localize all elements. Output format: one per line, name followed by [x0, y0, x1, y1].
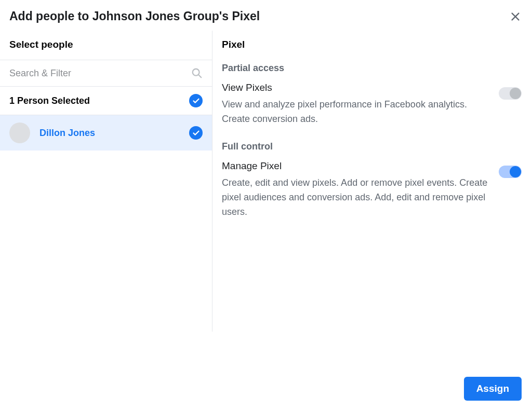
modal-body: Select people 1 Person Selected Dil	[0, 31, 532, 410]
close-button[interactable]	[509, 10, 522, 23]
permission-text: Manage Pixel Create, edit and view pixel…	[222, 160, 488, 220]
access-group-label: Partial access	[222, 63, 522, 74]
search-input[interactable]	[9, 68, 191, 79]
permissions-panel: Pixel Partial access View Pixels View an…	[212, 31, 532, 332]
modal-title: Add people to Johnson Jones Group's Pixe…	[9, 9, 260, 23]
toggle-knob	[510, 88, 521, 99]
permission-description: View and analyze pixel performance in Fa…	[222, 98, 488, 127]
selected-count-label: 1 Person Selected	[9, 95, 90, 106]
person-selected-check	[189, 126, 203, 140]
permission-text: View Pixels View and analyze pixel perfo…	[222, 82, 488, 127]
check-icon	[192, 97, 200, 105]
add-people-modal: Add people to Johnson Jones Group's Pixe…	[0, 0, 532, 410]
permission-title: Manage Pixel	[222, 160, 488, 172]
close-icon	[510, 11, 521, 22]
permission-description: Create, edit and view pixels. Add or rem…	[222, 176, 488, 220]
assign-button[interactable]: Assign	[464, 377, 522, 401]
search-icon	[191, 67, 203, 79]
check-icon	[192, 129, 200, 137]
person-name: Dillon Jones	[39, 128, 189, 139]
search-row	[0, 60, 212, 87]
modal-header: Add people to Johnson Jones Group's Pixe…	[0, 9, 532, 31]
toggle-knob	[510, 166, 521, 177]
person-row[interactable]: Dillon Jones	[0, 115, 212, 151]
people-panel: Select people 1 Person Selected Dil	[0, 31, 212, 410]
toggle-manage-pixel[interactable]	[499, 166, 522, 178]
modal-footer: Assign	[464, 377, 522, 401]
permission-view-pixels: View Pixels View and analyze pixel perfo…	[222, 82, 522, 127]
selected-all-check	[189, 94, 203, 107]
avatar	[9, 122, 30, 143]
permission-title: View Pixels	[222, 82, 488, 93]
asset-type-title: Pixel	[222, 39, 522, 50]
permission-manage-pixel: Manage Pixel Create, edit and view pixel…	[222, 160, 522, 220]
select-people-heading: Select people	[0, 31, 212, 60]
access-group-label: Full control	[222, 141, 522, 152]
toggle-view-pixels[interactable]	[499, 87, 522, 100]
selected-count-row[interactable]: 1 Person Selected	[0, 87, 212, 115]
svg-line-1	[198, 75, 202, 78]
